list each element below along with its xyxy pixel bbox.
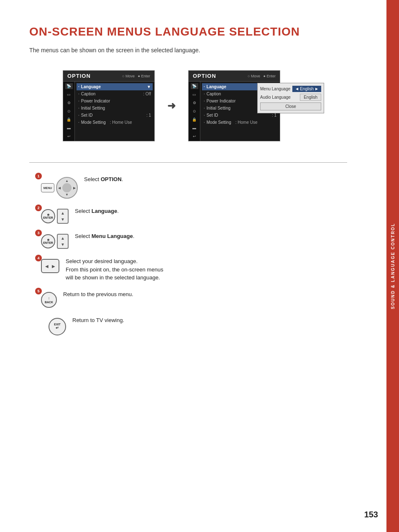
updown-button-3: ▲ ▼ [57, 234, 69, 249]
menu1-item-initial: ·Initial Setting [78, 105, 151, 112]
menu2-title: OPTION [193, 73, 216, 79]
icon2-lock: 🔒 [191, 117, 198, 123]
step-3: 3 ENTER ▲ ▼ Select Menu Language. [38, 232, 347, 249]
subtitle: The menus can be shown on the screen in … [29, 47, 347, 54]
lr-arrows-button: ◀ ▶ [41, 259, 59, 273]
step1-number: 1 [35, 173, 42, 179]
step-4: 4 ◀ ▶ Select your desired language. From… [38, 257, 347, 282]
menu1-item-language: ·Language▼ [77, 83, 153, 90]
menu1-item-setid: ·Set ID: 1 [78, 112, 151, 119]
icon-input: ↩ [65, 133, 73, 139]
step3-number: 3 [35, 230, 42, 236]
step-6: EXIT ↵ Return to TV viewing. [38, 316, 347, 335]
icon-display: ▭ [65, 92, 73, 97]
icon-option: ▬ [65, 125, 73, 131]
step-5: 5 ↑ BACK Return to the previous menu. [38, 290, 347, 308]
step5-number: 5 [35, 288, 42, 294]
menu-screenshot-1: OPTION ○ Move ● Enter 📡 ▭ ⚙ ⊙ 🔒 ▬ ↩ ·Lan… [63, 70, 155, 141]
menu1-item-caption: ·Caption: Off [78, 90, 151, 97]
step5-text: Return to the previous menu. [63, 290, 133, 299]
icon-lock: 🔒 [65, 117, 73, 123]
menu2-item-mode: ·Mode Setting: Home Use [204, 119, 276, 126]
page-title: ON-SCREEN MENUS LANGUAGE SELECTION [29, 25, 347, 38]
menu1-nav: ○ Move ● Enter [122, 74, 150, 78]
arrow-next: ➜ [167, 100, 176, 112]
language-popup: Menu Language ◀ English ▶ Audio Language… [257, 83, 324, 113]
updown-button-2: ▲ ▼ [57, 209, 69, 224]
enter-button-2: ENTER [41, 209, 55, 223]
dpad-button-1: ▲ ▼ ◀ ▶ [56, 177, 78, 199]
exit-button: EXIT ↵ [49, 318, 66, 335]
step4-number: 4 [35, 255, 42, 261]
menu-button: MENU [41, 183, 54, 192]
step-1: 1 MENU ▲ ▼ ◀ ▶ Select OPTION. [38, 175, 347, 199]
back-button: ↑ BACK [41, 292, 57, 308]
step2-text: Select Language. [75, 207, 119, 215]
step3-text: Select Menu Language. [75, 232, 134, 240]
icon2-display: ▭ [191, 92, 198, 97]
step-2: 2 ENTER ▲ ▼ Select Language. [38, 207, 347, 224]
icon-signal: 📡 [65, 83, 73, 89]
icon-time: ⊙ [65, 108, 73, 114]
menu1-item-mode: ·Mode Setting: Home Use [78, 119, 151, 126]
enter-button-3: ENTER [41, 234, 55, 248]
instructions: 1 MENU ▲ ▼ ◀ ▶ Select OPTION. 2 [29, 175, 347, 335]
section-divider [29, 162, 347, 163]
sidebar-text: Sound & Language Control [391, 223, 395, 309]
menu-language-label: Menu Language [260, 87, 290, 91]
step2-number: 2 [35, 205, 42, 211]
icon-settings: ⚙ [65, 100, 73, 106]
icon2-option: ▬ [191, 125, 198, 131]
sidebar: Sound & Language Control [386, 0, 399, 532]
icon2-settings: ⚙ [191, 100, 198, 106]
step1-text: Select OPTION. [84, 175, 123, 184]
menu1-item-power: ·Power Indicator [78, 97, 151, 105]
icon2-time: ⊙ [191, 108, 198, 114]
audio-language-value: English [300, 94, 321, 101]
icon2-input: ↩ [191, 133, 198, 139]
close-button[interactable]: Close [260, 102, 321, 110]
menu1-title: OPTION [67, 73, 91, 79]
step6-text: Return to TV viewing. [72, 316, 124, 325]
menu-language-value: ◀ English ▶ [292, 86, 321, 92]
icon2-signal: 📡 [191, 83, 198, 89]
step4-text: Select your desired language. From this … [66, 257, 163, 282]
page-number: 153 [364, 510, 378, 519]
audio-language-label: Audio Language [260, 95, 291, 100]
screenshots-area: OPTION ○ Move ● Enter 📡 ▭ ⚙ ⊙ 🔒 ▬ ↩ ·Lan… [63, 70, 347, 141]
menu2-nav: ○ Move ● Enter [248, 74, 276, 78]
menu-screenshot-2-wrapper: OPTION ○ Move ● Enter 📡 ▭ ⚙ ⊙ 🔒 ▬ ↩ [188, 70, 280, 141]
